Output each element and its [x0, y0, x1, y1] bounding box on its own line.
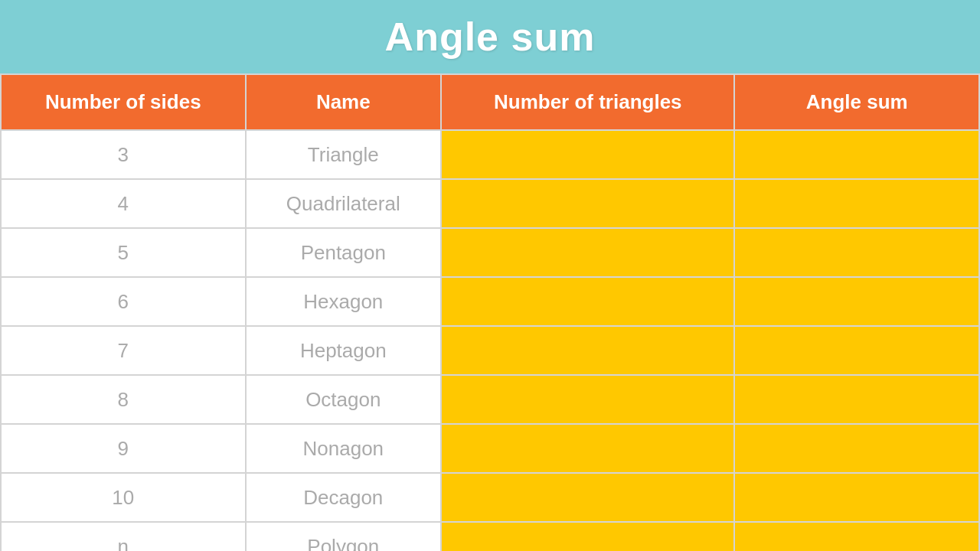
cell-sides: 3: [1, 130, 246, 179]
cell-triangles: [441, 522, 734, 551]
table-row: 4Quadrilateral: [1, 179, 979, 228]
header-angle-sum: Angle sum: [734, 74, 979, 130]
cell-angle-sum: [734, 424, 979, 473]
cell-angle-sum: [734, 277, 979, 326]
cell-sides: 7: [1, 326, 246, 375]
cell-name: Heptagon: [246, 326, 442, 375]
cell-name: Decagon: [246, 473, 442, 522]
table-row: 7Heptagon: [1, 326, 979, 375]
cell-name: Triangle: [246, 130, 442, 179]
cell-angle-sum: [734, 473, 979, 522]
table-row: 9Nonagon: [1, 424, 979, 473]
header-triangles: Number of triangles: [441, 74, 734, 130]
header-name: Name: [246, 74, 442, 130]
cell-name: Pentagon: [246, 228, 442, 277]
cell-angle-sum: [734, 228, 979, 277]
cell-name: Quadrilateral: [246, 179, 442, 228]
cell-triangles: [441, 228, 734, 277]
cell-triangles: [441, 473, 734, 522]
cell-angle-sum: [734, 130, 979, 179]
cell-sides: n: [1, 522, 246, 551]
cell-name: Hexagon: [246, 277, 442, 326]
cell-sides: 6: [1, 277, 246, 326]
table-row: nPolygon: [1, 522, 979, 551]
table-container: Number of sides Name Number of triangles…: [0, 73, 980, 551]
cell-name: Nonagon: [246, 424, 442, 473]
table-row: 8Octagon: [1, 375, 979, 424]
cell-angle-sum: [734, 179, 979, 228]
cell-triangles: [441, 130, 734, 179]
title-bar: Angle sum: [0, 0, 980, 73]
cell-triangles: [441, 179, 734, 228]
table-row: 5Pentagon: [1, 228, 979, 277]
page-title: Angle sum: [0, 14, 980, 60]
cell-triangles: [441, 424, 734, 473]
table-header-row: Number of sides Name Number of triangles…: [1, 74, 979, 130]
cell-sides: 8: [1, 375, 246, 424]
table-row: 10Decagon: [1, 473, 979, 522]
cell-angle-sum: [734, 375, 979, 424]
cell-sides: 10: [1, 473, 246, 522]
cell-triangles: [441, 326, 734, 375]
angle-sum-table: Number of sides Name Number of triangles…: [0, 73, 980, 551]
cell-angle-sum: [734, 522, 979, 551]
cell-sides: 4: [1, 179, 246, 228]
cell-name: Octagon: [246, 375, 442, 424]
cell-sides: 9: [1, 424, 246, 473]
cell-triangles: [441, 277, 734, 326]
header-sides: Number of sides: [1, 74, 246, 130]
cell-angle-sum: [734, 326, 979, 375]
page-wrapper: Angle sum Number of sides Name Number of…: [0, 0, 980, 551]
cell-name: Polygon: [246, 522, 442, 551]
table-row: 6Hexagon: [1, 277, 979, 326]
cell-triangles: [441, 375, 734, 424]
table-row: 3Triangle: [1, 130, 979, 179]
cell-sides: 5: [1, 228, 246, 277]
